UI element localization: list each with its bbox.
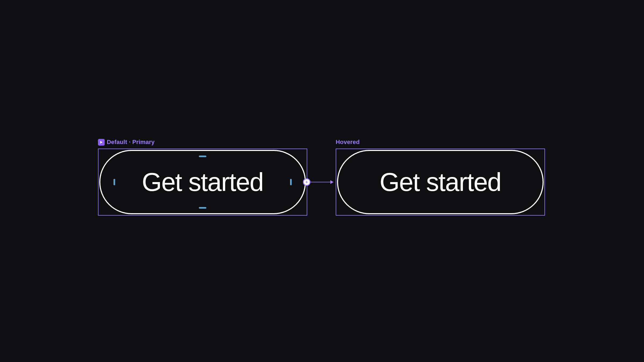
frame-default-primary[interactable]: Get started [98,149,307,216]
padding-handle-left[interactable] [114,179,115,185]
frame-label-text: Default · Primary [107,139,155,146]
button-label: Get started [142,167,264,197]
padding-handle-right[interactable] [290,179,292,185]
lightning-bolt-icon [305,180,309,184]
prototype-connection-arrow[interactable] [310,182,333,182]
button-label: Get started [380,167,501,197]
play-icon [98,139,105,146]
frame-label-text: Hovered [336,139,360,146]
frame-label-hovered[interactable]: Hovered [336,139,360,146]
prototype-connection-node[interactable] [303,178,310,186]
button-get-started-hovered[interactable]: Get started [337,150,544,214]
padding-handle-top[interactable] [199,156,206,157]
padding-handle-bottom[interactable] [199,207,206,209]
frame-hovered[interactable]: Get started [336,149,545,216]
design-canvas[interactable]: Default · Primary Get started Hovered Ge… [0,0,644,362]
button-get-started-default[interactable]: Get started [99,150,306,214]
frame-label-default[interactable]: Default · Primary [98,139,155,146]
